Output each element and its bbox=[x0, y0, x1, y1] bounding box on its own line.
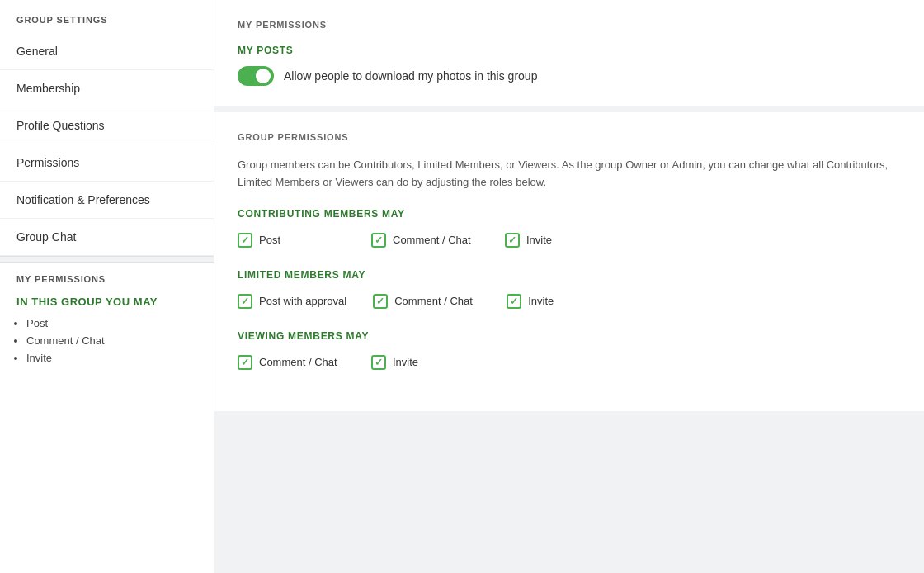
group-settings-heading: GROUP SETTINGS bbox=[0, 0, 214, 33]
checkbox-icon: ✓ bbox=[238, 294, 252, 309]
sidebar-item-profile-questions[interactable]: Profile Questions bbox=[0, 107, 214, 144]
checkbox-item[interactable]: ✓Post bbox=[238, 230, 345, 251]
sidebar-item-permissions[interactable]: Permissions bbox=[0, 144, 214, 182]
checkbox-label: Comment / Chat bbox=[393, 234, 471, 246]
checkbox-icon: ✓ bbox=[238, 355, 252, 370]
checkmark: ✓ bbox=[241, 234, 249, 246]
checkmark: ✓ bbox=[375, 357, 383, 368]
checkbox-item[interactable]: ✓Post with approval bbox=[238, 291, 346, 312]
checkmark: ✓ bbox=[376, 296, 384, 307]
sidebar-nav: GeneralMembershipProfile QuestionsPermis… bbox=[0, 33, 214, 256]
checkbox-item[interactable]: ✓Invite bbox=[505, 230, 612, 251]
toggle-row: Allow people to download my photos in th… bbox=[238, 66, 901, 86]
limited-members-section: LIMITED MEMBERS MAY ✓Post with approval✓… bbox=[238, 269, 901, 312]
checkbox-icon: ✓ bbox=[507, 294, 521, 309]
viewing-heading: VIEWING MEMBERS MAY bbox=[238, 330, 901, 342]
limited-checkboxes: ✓Post with approval✓Comment / Chat✓Invit… bbox=[238, 291, 901, 312]
sidebar-item-group-chat[interactable]: Group Chat bbox=[0, 219, 214, 256]
sidebar-list-item: Comment / Chat bbox=[26, 332, 197, 349]
sidebar-my-permissions-heading: MY PERMISSIONS bbox=[0, 263, 214, 289]
checkmark: ✓ bbox=[375, 234, 383, 246]
main-content: MY PERMISSIONS MY POSTS Allow people to … bbox=[214, 0, 924, 573]
contributing-heading: CONTRIBUTING MEMBERS MAY bbox=[238, 208, 901, 220]
checkbox-icon: ✓ bbox=[371, 233, 386, 248]
group-permissions-card: GROUP PERMISSIONS Group members can be C… bbox=[214, 112, 924, 411]
viewing-members-section: VIEWING MEMBERS MAY ✓Comment / Chat✓Invi… bbox=[238, 330, 901, 373]
sidebar-divider bbox=[0, 256, 214, 263]
download-photos-toggle[interactable] bbox=[238, 66, 274, 86]
toggle-slider bbox=[238, 66, 274, 86]
sidebar-item-general[interactable]: General bbox=[0, 33, 214, 70]
toggle-label: Allow people to download my photos in th… bbox=[284, 69, 537, 83]
my-posts-heading: MY POSTS bbox=[238, 45, 901, 56]
checkbox-label: Comment / Chat bbox=[394, 295, 473, 307]
sidebar-in-this-group-heading: IN THIS GROUP YOU MAY bbox=[0, 289, 214, 311]
sidebar: GROUP SETTINGS GeneralMembershipProfile … bbox=[0, 0, 214, 573]
checkbox-item[interactable]: ✓Comment / Chat bbox=[238, 352, 345, 373]
sidebar-in-this-group-list: PostComment / ChatInvite bbox=[0, 311, 214, 378]
sidebar-item-notification-preferences[interactable]: Notification & Preferences bbox=[0, 182, 214, 219]
viewing-checkboxes: ✓Comment / Chat✓Invite bbox=[238, 352, 901, 373]
group-permissions-heading: GROUP PERMISSIONS bbox=[238, 132, 901, 142]
checkbox-item[interactable]: ✓Comment / Chat bbox=[373, 291, 480, 312]
checkmark: ✓ bbox=[241, 357, 249, 368]
checkbox-item[interactable]: ✓Invite bbox=[507, 291, 614, 312]
checkbox-label: Post bbox=[259, 234, 280, 246]
group-permissions-desc: Group members can be Contributors, Limit… bbox=[238, 157, 901, 192]
contributing-checkboxes: ✓Post✓Comment / Chat✓Invite bbox=[238, 230, 901, 251]
my-permissions-card: MY PERMISSIONS MY POSTS Allow people to … bbox=[214, 0, 924, 106]
checkbox-label: Invite bbox=[528, 295, 554, 307]
checkbox-icon: ✓ bbox=[505, 233, 520, 248]
checkbox-icon: ✓ bbox=[238, 233, 252, 248]
contributing-members-section: CONTRIBUTING MEMBERS MAY ✓Post✓Comment /… bbox=[238, 208, 901, 251]
checkbox-icon: ✓ bbox=[371, 355, 386, 370]
sidebar-item-membership[interactable]: Membership bbox=[0, 70, 214, 107]
checkbox-icon: ✓ bbox=[373, 294, 388, 309]
checkbox-label: Invite bbox=[393, 356, 418, 368]
checkbox-label: Post with approval bbox=[259, 295, 346, 307]
checkmark: ✓ bbox=[508, 234, 516, 246]
sidebar-list-item: Invite bbox=[26, 349, 197, 367]
checkbox-label: Comment / Chat bbox=[259, 356, 337, 368]
checkmark: ✓ bbox=[241, 296, 249, 307]
checkmark: ✓ bbox=[510, 296, 518, 307]
sidebar-list-item: Post bbox=[26, 315, 197, 332]
checkbox-label: Invite bbox=[526, 234, 552, 246]
limited-heading: LIMITED MEMBERS MAY bbox=[238, 269, 901, 281]
my-permissions-heading: MY PERMISSIONS bbox=[238, 20, 901, 30]
checkbox-item[interactable]: ✓Comment / Chat bbox=[371, 230, 478, 251]
checkbox-item[interactable]: ✓Invite bbox=[371, 352, 478, 373]
